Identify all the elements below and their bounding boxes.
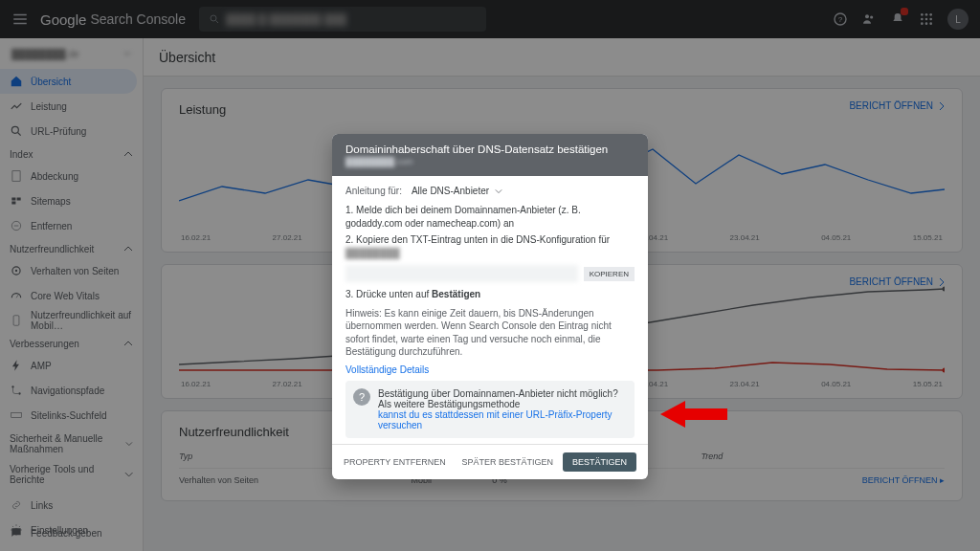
copy-button[interactable]: KOPIEREN <box>584 267 635 281</box>
step-2: 2. Kopiere den TXT-Eintrag unten in die … <box>345 233 635 259</box>
dialog-title: Domaininhaberschaft über DNS-Datensatz b… <box>345 143 635 155</box>
svg-marker-26 <box>660 401 727 428</box>
provider-select[interactable]: Alle DNS-Anbieter <box>412 186 502 196</box>
verify-later-button[interactable]: SPÄTER BESTÄTIGEN <box>461 457 553 467</box>
dialog-domain: ████████.com <box>345 157 413 166</box>
provider-label: Anleitung für: <box>345 186 402 196</box>
txt-record-row: KOPIEREN <box>345 265 635 282</box>
dialog-header: Domaininhaberschaft über DNS-Datensatz b… <box>332 134 648 176</box>
alt-title: Bestätigung über Domainnamen-Anbieter ni… <box>378 388 627 399</box>
alt-sub: Als weitere Bestätigungsmethode <box>378 399 627 409</box>
confirm-button[interactable]: BESTÄTIGEN <box>563 452 636 472</box>
chevron-down-icon <box>495 187 502 195</box>
step-1: 1. Melde dich bei deinem Domainnamen-Anb… <box>345 204 635 230</box>
alt-verification-box: ? Bestätigung über Domainnamen-Anbieter … <box>345 381 635 438</box>
annotation-arrow <box>660 397 727 433</box>
hint-text: Hinweis: Es kann einige Zeit dauern, bis… <box>345 307 635 359</box>
full-details-link[interactable]: Vollständige Details <box>345 364 635 375</box>
dns-verify-dialog: Domaininhaberschaft über DNS-Datensatz b… <box>332 134 648 479</box>
alt-link[interactable]: kannst du es stattdessen mit einer URL-P… <box>378 409 627 430</box>
remove-property-button[interactable]: PROPERTY ENTFERNEN <box>344 457 446 467</box>
help-icon: ? <box>353 388 370 406</box>
step-3: 3. Drücke unten auf Bestätigen <box>345 288 635 301</box>
txt-record-value[interactable] <box>345 265 578 282</box>
dialog-footer: PROPERTY ENTFERNEN SPÄTER BESTÄTIGEN BES… <box>332 444 648 479</box>
